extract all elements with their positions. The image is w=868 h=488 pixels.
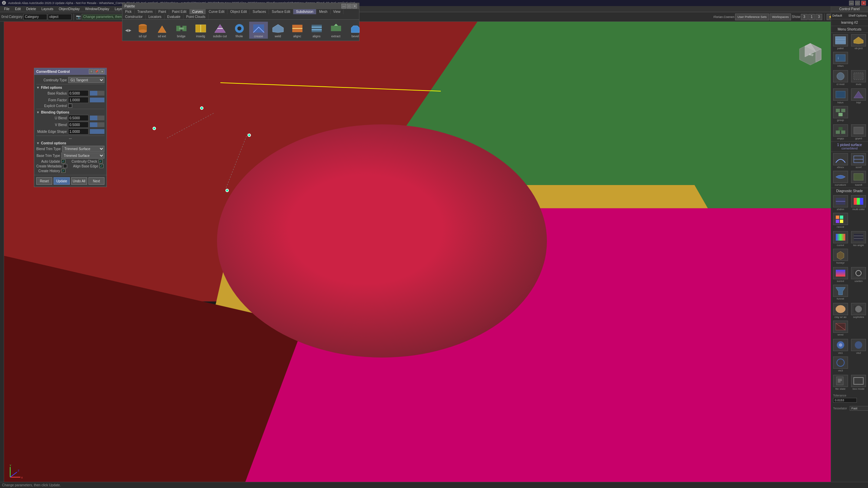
rp-tool-ungrp[interactable]: ungrp [832,124,849,141]
base-radius-input[interactable] [68,90,88,96]
palette-max-btn[interactable]: □ [347,4,352,8]
user-pref-button[interactable]: User Preference Sets [735,14,769,20]
close-button[interactable]: ✕ [861,1,866,5]
tab-mesh[interactable]: Mesh [316,9,330,14]
base-radius-slider[interactable] [90,91,104,96]
menu-shortcuts-label[interactable]: Menu Shortcuts [832,27,867,32]
tab-pick[interactable]: Pick [122,9,135,14]
display-btn-2[interactable]: 3 [815,14,822,20]
rp-diag-isoangle[interactable]: iso angle [850,230,868,247]
tab-curve-edit[interactable]: Curve Edit [206,9,228,14]
fillet-options-header[interactable]: ▼ Fillet options [36,86,104,89]
tool-fihole[interactable]: fihole [230,22,249,39]
rp-tool-scnrf[interactable]: scnrf [850,152,868,169]
tool-bevel[interactable]: bevel [346,22,364,39]
palette-close-btn[interactable]: ✕ [352,4,357,8]
rp-tool-invis[interactable]: invis [850,69,868,86]
control-point-3[interactable] [248,134,251,137]
tool-crease[interactable]: crease [249,22,268,39]
display-btn-1[interactable]: 1 [808,14,815,20]
object-input[interactable] [48,14,72,20]
rp-diag-shdnn[interactable]: shdnn [832,195,849,211]
create-metadata-checkbox[interactable] [63,164,67,168]
shelf-options-label[interactable]: Shelf Options [848,14,867,18]
maximize-button[interactable]: □ [855,1,860,5]
cube-gizmo[interactable]: Top [797,41,824,68]
u-blend-slider[interactable] [90,116,104,120]
control-options-header[interactable]: ▼ Control options [36,141,104,145]
tool-subdiv-cut[interactable]: subdiv cut [211,22,229,39]
create-history-checkbox[interactable]: ✓ [61,169,65,173]
tab-curves[interactable]: Curves [190,9,206,14]
rp-tool-tripl[interactable]: tripl [850,88,868,105]
scene-canvas[interactable]: X Y Z [0,22,868,488]
tab-evaluate[interactable]: Evaluate [164,14,183,19]
v-blend-input[interactable] [68,122,88,128]
base-trim-type-select[interactable]: Trimmed Surface Untrimmed Surface [61,152,104,159]
tool-insedg[interactable]: insedg [191,22,210,39]
learning-label[interactable]: learning #2 [832,20,867,25]
rp-diag-vis1[interactable]: vis1 [832,338,849,355]
control-point-2[interactable] [153,127,156,130]
tab-transform[interactable]: Transform [135,9,156,14]
tab-surfaces[interactable]: Surfaces [250,9,269,14]
menu-objectdisplay[interactable]: ObjectDisplay [56,6,82,12]
cb-title-bar[interactable]: CornerBlend Control ? 📌 ✕ [34,68,106,75]
tool-sd-cyl[interactable]: sd cyl [133,22,152,39]
rp-tool-object[interactable]: ob ject [850,34,868,50]
continuity-type-select[interactable]: G1 Tangent G0 Position G2 Curvature [68,77,104,83]
palette-left-arrow[interactable]: ◀ [125,28,128,33]
rp-tool-curvature[interactable]: curvature [832,170,849,187]
continuity-check-checkbox[interactable]: ✓ [99,159,103,163]
form-factor-input[interactable] [68,97,88,103]
rp-diag-rancol[interactable]: rancol [832,212,849,229]
workspaces-button[interactable]: Workspaces [770,14,791,20]
rp-diag-funnel[interactable]: funnel [832,284,849,301]
menu-delete[interactable]: Delete [23,6,39,12]
u-blend-input[interactable] [68,115,88,121]
rp-tool-clmod[interactable]: cl mod [832,69,849,86]
form-factor-slider[interactable] [90,98,104,102]
cb-close-btn[interactable]: ✕ [100,69,104,74]
blending-options-header[interactable]: ▼ Blending Options [36,110,104,114]
rp-diag-vis3[interactable]: vis3 [832,356,849,373]
rp-tool-group[interactable]: group [832,105,849,122]
control-point-4[interactable] [225,189,229,192]
rp-diag-surevl[interactable]: surevl [832,266,849,283]
rp-tool-isaedt[interactable]: isaedt [850,170,868,187]
rp-diag-vis2[interactable]: vis2 [850,338,868,355]
category-input[interactable] [23,14,47,20]
v-blend-slider[interactable] [90,122,104,127]
blend-trim-type-select[interactable]: Trimmed Surface Untrimmed Surface [62,146,104,152]
tool-aligns[interactable]: aligns [307,22,326,39]
rp-diag-sophotes[interactable]: sophotes [850,302,868,319]
tool-sd-ext[interactable]: sd ext [153,22,171,39]
rp-diag-wred[interactable]: wred [832,320,849,337]
tab-subdivision[interactable]: Subdivision [293,9,316,14]
tool-alignc[interactable]: alignc [288,22,307,39]
tab-point-clouds[interactable]: Point Clouds [183,14,209,19]
tab-locators[interactable]: Locators [146,14,164,19]
menu-file[interactable]: File [1,6,12,12]
palette-min-btn[interactable]: — [341,4,346,8]
rp-diag-clayao[interactable]: clay w/ ao [832,302,849,319]
tesselator-select[interactable]: Fast High Quality [850,406,868,411]
rp-diag-honeyr[interactable]: honeyr [832,248,849,265]
tool-bridge[interactable]: bridge [172,22,191,39]
rp-tool-infwin[interactable]: i infwn [832,51,849,68]
palette-right-arrow[interactable]: ▶ [129,28,131,33]
tool-weld[interactable]: weld [269,22,287,39]
menu-windowdisplay[interactable]: Window/Display [82,6,112,12]
explicit-control-checkbox[interactable] [68,104,72,108]
rp-tool-hdun[interactable]: hdun [832,88,849,105]
tab-surface-edit[interactable]: Surface Edit [269,9,293,14]
tab-view[interactable]: View [331,9,344,14]
rp-diag-useten[interactable]: useten [850,266,868,283]
minimize-button[interactable]: — [849,1,854,5]
tool-extract[interactable]: extract [327,22,345,39]
rp-diag-filestate[interactable]: file state [832,374,849,391]
menu-edit[interactable]: Edit [12,6,23,12]
tab-object-edit[interactable]: Object Edit [228,9,250,14]
auto-update-checkbox[interactable]: ✓ [61,159,65,163]
middle-edge-slider[interactable] [90,129,104,134]
